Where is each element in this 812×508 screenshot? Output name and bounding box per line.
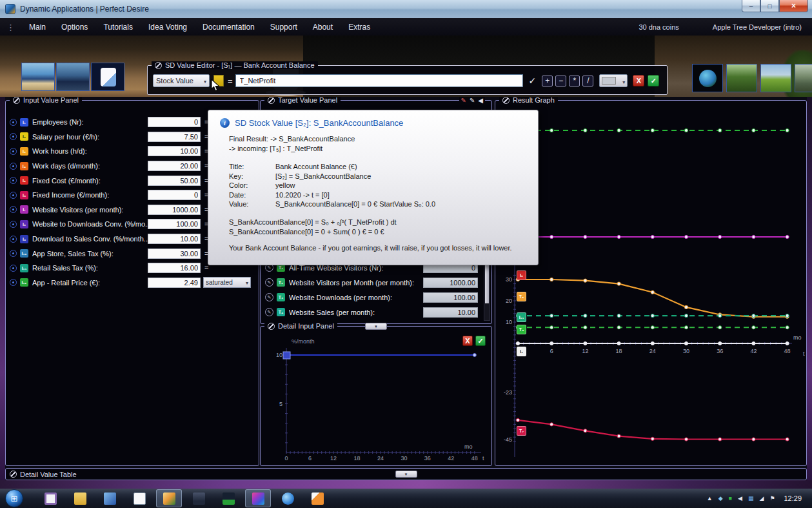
thumbnail-app-logo[interactable]	[91, 63, 124, 91]
curve-type-select[interactable]: saturated	[203, 277, 251, 288]
validate-check-icon[interactable]: ✓	[529, 76, 537, 86]
menu-item[interactable]: Support	[262, 23, 305, 32]
input-value-field[interactable]	[148, 190, 201, 200]
radio-button[interactable]	[10, 192, 17, 199]
menu-item[interactable]: Documentation	[195, 23, 262, 32]
menu-item[interactable]: Tutorials	[95, 23, 141, 32]
radio-button[interactable]	[10, 163, 17, 170]
radio-button[interactable]	[10, 236, 17, 243]
edit-pen-icon[interactable]	[265, 278, 273, 287]
series-marker	[584, 128, 587, 132]
action-center-icon[interactable]: ⚑	[769, 495, 775, 502]
operator-button[interactable]: *	[569, 76, 580, 86]
display-icon[interactable]: ▦	[748, 495, 754, 502]
red-pen-icon[interactable]: ✎	[461, 97, 466, 105]
svg-text:30: 30	[506, 276, 512, 283]
series-marker	[617, 282, 620, 285]
account-label[interactable]: Apple Tree Developer (intro)	[713, 23, 802, 31]
series-marker	[617, 434, 620, 438]
series-legend-icon[interactable]: i₁	[517, 347, 526, 356]
minimize-button[interactable]: –	[742, 0, 760, 12]
input-value-field[interactable]	[148, 263, 201, 273]
series-legend-icon[interactable]: T₄	[517, 325, 526, 334]
series-marker	[617, 235, 620, 238]
thumbnail-beach[interactable]	[21, 63, 55, 91]
collapse-panel-button[interactable]	[365, 323, 387, 330]
input-value-field[interactable]	[148, 249, 201, 259]
thumbnail-bridge[interactable]	[795, 64, 812, 92]
operator-button[interactable]: /	[582, 76, 593, 86]
taskbar-button-sd-app[interactable]	[245, 489, 271, 507]
thumbnail-earth[interactable]	[692, 64, 723, 92]
operator-button[interactable]: −	[555, 76, 566, 86]
menu-item[interactable]: Main	[21, 23, 54, 32]
taskbar-button-pencil[interactable]	[304, 489, 330, 507]
input-value-field[interactable]	[148, 132, 201, 142]
radio-button[interactable]	[10, 177, 17, 184]
taskbar-button-browser[interactable]	[275, 489, 301, 507]
start-button[interactable]	[5, 489, 23, 507]
taskbar-app-icon	[74, 493, 86, 505]
radio-button[interactable]	[10, 119, 17, 126]
series-marker	[584, 279, 587, 282]
input-value-field[interactable]	[148, 278, 201, 288]
status-diamond-icon[interactable]: ◆	[718, 495, 723, 502]
series-legend-icon[interactable]: i₅	[517, 270, 526, 280]
color-select[interactable]	[599, 74, 628, 87]
thumbnail-forest[interactable]	[726, 64, 757, 92]
radio-button[interactable]	[10, 265, 17, 272]
taskbar-button-document[interactable]	[126, 489, 152, 507]
radio-button[interactable]	[10, 221, 17, 228]
edit-pen-icon[interactable]	[265, 293, 273, 301]
input-value-field[interactable]	[148, 117, 201, 127]
editor-ok-button[interactable]: ✓	[648, 75, 659, 86]
menu-item[interactable]: Idea Voting	[141, 23, 195, 32]
pen-icon[interactable]: ✎	[470, 97, 475, 105]
radio-button[interactable]	[10, 133, 17, 140]
expand-table-button[interactable]	[395, 471, 417, 478]
volume-icon[interactable]: ◀	[738, 495, 742, 502]
taskbar-clock[interactable]: 12:29	[775, 494, 812, 502]
close-button[interactable]: ×	[779, 0, 808, 12]
thumbnail-ocean[interactable]	[56, 63, 90, 91]
hidden-icons-icon[interactable]: ▲	[707, 495, 713, 502]
thumbnail-field[interactable]	[760, 64, 791, 92]
radio-button[interactable]	[10, 148, 17, 155]
input-value-field[interactable]	[148, 234, 201, 244]
detail-input-chart[interactable]: 1050612182430364248%/monthmot	[261, 327, 491, 465]
input-value-field[interactable]	[148, 161, 201, 171]
operator-button[interactable]: +	[542, 76, 553, 86]
detail-cancel-button[interactable]: X	[462, 336, 473, 346]
editor-cancel-button[interactable]: X	[633, 75, 644, 86]
radio-button[interactable]	[10, 206, 17, 213]
radio-button[interactable]	[10, 250, 17, 257]
taskbar-button-photo-viewer[interactable]	[156, 489, 182, 507]
input-value-field[interactable]	[148, 176, 201, 186]
menu-item[interactable]: Options	[54, 23, 95, 32]
title-bar[interactable]: Dynamic Applications | Perfect Desire – …	[0, 0, 812, 18]
input-label: Work days (d/month):	[32, 162, 148, 170]
taskbar-button-window[interactable]	[97, 489, 123, 507]
svg-text:36: 36	[424, 455, 431, 462]
series-legend-icon[interactable]: i₁₁	[517, 312, 526, 322]
network-icon[interactable]: ◢	[759, 495, 764, 502]
series-legend-icon[interactable]: T₅	[517, 292, 526, 301]
taskbar-button-chart[interactable]	[215, 489, 241, 507]
menu-item[interactable]: About	[305, 23, 341, 32]
radio-button[interactable]	[10, 279, 17, 286]
taskbar-button-presentation[interactable]	[37, 489, 63, 507]
maximize-button[interactable]: □	[760, 0, 779, 12]
formula-input[interactable]	[235, 74, 523, 87]
edit-pen-icon[interactable]	[265, 308, 273, 316]
status-stop-icon[interactable]: ■	[729, 495, 732, 502]
input-value-field[interactable]	[148, 205, 201, 215]
series-legend-icon[interactable]: T₇	[517, 426, 526, 436]
input-value-field[interactable]	[148, 219, 201, 229]
speaker-icon[interactable]: ◀	[478, 97, 483, 105]
menu-item[interactable]: Extras	[341, 23, 378, 32]
value-type-select[interactable]: Stock Value	[153, 74, 210, 87]
detail-ok-button[interactable]: ✓	[475, 336, 486, 346]
input-value-field[interactable]	[148, 146, 201, 156]
taskbar-button-folder[interactable]	[67, 489, 93, 507]
taskbar-button-image[interactable]	[186, 489, 212, 507]
